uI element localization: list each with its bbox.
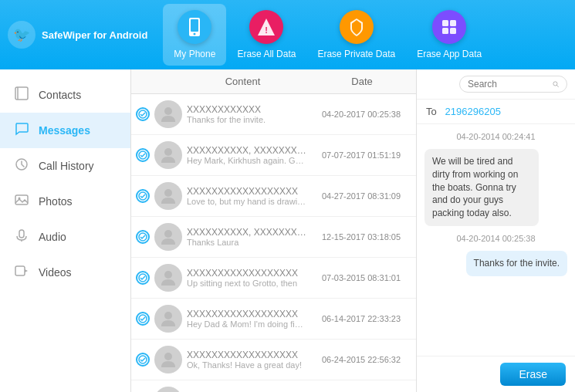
erase-app-icon xyxy=(432,10,466,44)
msg-name: XXXXXXXXXXXXXXXXXX xyxy=(187,268,306,279)
sidebar-item-call-history[interactable]: Call History xyxy=(0,148,130,184)
msg-checkbox[interactable] xyxy=(136,230,150,244)
topbar: 🐦 SafeWiper for Android My Phone ! Erase… xyxy=(0,0,575,69)
message-row[interactable]: XXXXXXXXXXXXXX I appreciate that! Don't … xyxy=(131,380,416,392)
chat-messages: 04-20-2014 00:24:41We will be tired and … xyxy=(417,124,575,356)
svg-rect-9 xyxy=(442,28,448,34)
svg-rect-3 xyxy=(191,19,198,32)
my-phone-icon xyxy=(178,10,211,44)
app-title: SafeWiper for Android xyxy=(42,29,147,41)
chat-timestamp: 04-20-2014 00:25:38 xyxy=(424,234,567,243)
svg-text:!: ! xyxy=(266,25,269,35)
svg-rect-8 xyxy=(450,20,456,26)
message-row[interactable]: XXXXXXXXXXXXXXXXXX Ok, Thanks! Have a gr… xyxy=(131,340,416,380)
msg-checkbox[interactable] xyxy=(136,107,150,121)
svg-point-27 xyxy=(164,230,172,238)
svg-point-4 xyxy=(194,32,196,35)
call-history-icon xyxy=(14,157,29,174)
message-row[interactable]: XXXXXXXXXXXXXXXXXX Up sitting next to Gr… xyxy=(131,258,416,299)
msg-checkbox[interactable] xyxy=(136,148,150,162)
msg-checkbox[interactable] xyxy=(136,189,150,203)
audio-label: Audio xyxy=(39,231,66,243)
msg-date: 04-27-2017 08:31:09 xyxy=(311,191,411,201)
msg-avatar xyxy=(154,100,182,128)
msg-date: 06-24-2015 22:56:32 xyxy=(311,355,411,364)
search-input[interactable] xyxy=(468,79,553,90)
svg-point-25 xyxy=(164,189,172,197)
msg-name: XXXXXXXXXXXX xyxy=(187,104,306,115)
msg-name: XXXXXXXXXXXXXXXXXX xyxy=(187,186,306,197)
msg-preview: Up sitting next to Grotto, then xyxy=(187,279,306,288)
erase-button[interactable]: Erase xyxy=(500,363,566,386)
svg-point-29 xyxy=(164,271,172,279)
messages-icon xyxy=(14,122,29,139)
bottom-bar: Erase xyxy=(417,356,575,392)
audio-icon xyxy=(14,228,29,245)
logo-icon: 🐦 xyxy=(8,21,36,49)
msg-avatar xyxy=(154,182,182,210)
msg-name: XXXXXXXXXXXXXXXXXX xyxy=(187,309,306,319)
chat-bubble-received: We will be tired and dirty from working … xyxy=(424,149,539,226)
search-bar xyxy=(417,69,575,100)
my-phone-label: My Phone xyxy=(174,49,215,59)
svg-marker-19 xyxy=(25,269,28,272)
sidebar-item-photos[interactable]: Photos xyxy=(0,184,130,219)
msg-content: XXXXXXXXXXXXXXXXXX Ok, Thanks! Have a gr… xyxy=(187,350,306,370)
message-row[interactable]: XXXXXXXXXX, XXXXXXXXXX, XX... Hey Mark, … xyxy=(131,135,416,176)
msg-checkbox[interactable] xyxy=(136,271,150,285)
msg-content: XXXXXXXXXX, XXXXXXXXXX, XX... Hey Mark, … xyxy=(187,145,306,165)
svg-point-31 xyxy=(164,312,172,319)
erase-private-icon xyxy=(340,10,374,44)
msg-date: 04-20-2017 00:25:38 xyxy=(311,110,411,119)
sidebar-item-audio[interactable]: Audio xyxy=(0,219,130,255)
search-input-wrap[interactable] xyxy=(459,76,567,93)
erase-private-label: Erase Private Data xyxy=(317,49,395,59)
svg-point-21 xyxy=(164,107,172,115)
nav-my-phone[interactable]: My Phone xyxy=(163,4,226,66)
svg-rect-10 xyxy=(450,28,456,34)
msg-content: XXXXXXXXXXXX Thanks for the invite. xyxy=(187,104,306,124)
sidebar-item-videos[interactable]: Videos xyxy=(0,255,130,290)
call-history-label: Call History xyxy=(39,160,94,172)
svg-point-33 xyxy=(164,353,172,360)
message-list-header: Content Date xyxy=(131,69,416,94)
chat-timestamp: 04-20-2014 00:24:41 xyxy=(424,132,567,141)
photos-label: Photos xyxy=(39,195,73,208)
msg-avatar xyxy=(154,387,182,392)
erase-all-icon: ! xyxy=(249,10,283,44)
msg-date: 07-03-2015 08:31:01 xyxy=(311,273,411,282)
sidebar: Contacts Messages Call History Photos Au… xyxy=(0,69,131,392)
contacts-label: Contacts xyxy=(39,89,81,101)
msg-avatar xyxy=(154,264,182,292)
nav-erase-app[interactable]: Erase App Data xyxy=(406,4,492,66)
sidebar-item-messages[interactable]: Messages xyxy=(0,113,130,148)
chat-to-label: To xyxy=(426,106,437,117)
svg-text:🐦: 🐦 xyxy=(13,26,31,43)
msg-name: XXXXXXXXXX, XXXXXXXXXX, XX... xyxy=(187,145,306,156)
chat-to-number[interactable]: 2196296205 xyxy=(445,106,501,117)
msg-preview: Ok, Thanks! Have a great day! xyxy=(187,360,306,370)
msg-checkbox[interactable] xyxy=(136,353,150,367)
message-row[interactable]: XXXXXXXXXXXXXXXXXX Hey Dad & Mom! I'm do… xyxy=(131,299,416,340)
msg-content: XXXXXXXXXXXXXXXXXX Up sitting next to Gr… xyxy=(187,268,306,288)
date-column-header: Date xyxy=(308,76,416,87)
message-row[interactable]: XXXXXXXXXX, XXXXXXXXXX, X... Thanks Laur… xyxy=(131,217,416,258)
message-row[interactable]: XXXXXXXXXXXXXXXXXX Love to, but my hand … xyxy=(131,176,416,217)
message-row[interactable]: XXXXXXXXXXXX Thanks for the invite. 04-2… xyxy=(131,94,416,135)
msg-content: XXXXXXXXXXXXXXXXXX Love to, but my hand … xyxy=(187,186,306,206)
msg-preview: Thanks for the invite. xyxy=(187,115,306,124)
photos-icon xyxy=(14,193,29,210)
msg-content: XXXXXXXXXX, XXXXXXXXXX, X... Thanks Laur… xyxy=(187,227,306,247)
msg-date: 12-15-2017 03:18:05 xyxy=(311,232,411,242)
msg-checkbox[interactable] xyxy=(136,312,150,326)
message-list: Content Date XXXXXXXXXXXX Thanks for the… xyxy=(131,69,417,392)
msg-avatar xyxy=(154,223,182,251)
msg-preview: Hey Mark, Kirkhush again. Great... xyxy=(187,156,306,165)
msg-date: 07-07-2017 01:51:19 xyxy=(311,150,411,160)
nav-erase-all[interactable]: ! Erase All Data xyxy=(226,4,306,66)
nav-erase-private[interactable]: Erase Private Data xyxy=(306,4,406,66)
msg-date: 06-14-2017 22:33:23 xyxy=(311,314,411,323)
sidebar-item-contacts[interactable]: Contacts xyxy=(0,77,130,113)
logo-area: 🐦 SafeWiper for Android xyxy=(8,21,147,49)
msg-name: XXXXXXXXXX, XXXXXXXXXX, X... xyxy=(187,227,306,238)
